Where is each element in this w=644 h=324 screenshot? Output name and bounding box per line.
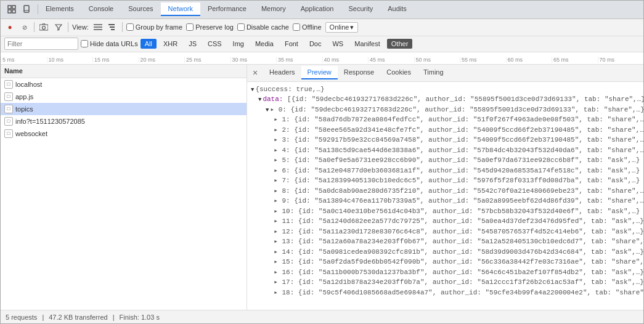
detail-tab-timing[interactable]: Timing [417,66,450,79]
tab-console[interactable]: Console [81,2,121,16]
separator-bar-2: | [113,314,115,321]
filter-other-button[interactable]: Other [387,39,413,49]
online-dropdown[interactable]: Online ▾ [325,22,359,33]
tab-memory[interactable]: Memory [254,2,293,16]
device-icon[interactable] [20,3,33,15]
filter-manifest-button[interactable]: Manifest [350,39,385,49]
offline-input[interactable] [293,23,300,31]
json-item-15: ▸ 15: {id: "5a0f2da5f9de6bb0542f090b", a… [266,257,640,267]
hide-data-urls-checkbox[interactable]: Hide data URLs [81,40,138,47]
disable-cache-input[interactable] [237,23,245,31]
json-item-4: ▸ 4: {id: "5a138c5d9cae544d6e3838a6", au… [266,145,640,156]
group-by-frame-label: Group by frame [136,23,182,31]
record-button[interactable]: ● [4,22,15,33]
waterfall-view-icon[interactable] [107,22,118,33]
offline-label: Offline [302,23,322,31]
tick-15ms: 15 ms [92,57,139,63]
requests-count: 5 requests [6,314,37,321]
tab-network[interactable]: Network [161,2,200,16]
filter-media-button[interactable]: Media [251,39,278,49]
preserve-log-label: Preserve log [195,23,234,31]
transferred-size: 47.2 KB transferred [49,314,107,321]
request-item-localhost[interactable]: □ localhost [1,78,247,91]
json-item-14: ▸ 14: {id: "5a0981cedea908392cfc891b", a… [266,247,640,257]
file-icon: □ [4,105,13,113]
filter-all-button[interactable]: All [141,39,157,49]
tab-sources[interactable]: Sources [121,2,160,16]
list-view-icon[interactable] [92,22,104,33]
tab-security[interactable]: Security [341,2,380,16]
svg-rect-13 [111,29,115,30]
hide-data-urls-input[interactable] [81,40,88,47]
close-detail-button[interactable]: × [250,67,261,78]
svg-rect-2 [8,10,11,13]
filter-js-button[interactable]: JS [184,39,201,49]
request-list: □ localhost □ app.js □ topics □ info?t=1… [1,78,247,310]
devtools-tab-bar: Elements Console Sources Network Perform… [1,1,643,19]
toolbar-separator-2 [68,22,68,32]
request-item-appjs[interactable]: □ app.js [1,91,247,103]
hide-data-urls-label: Hide data URLs [90,40,138,47]
detail-tabs: × Headers Preview Response Cookies Timin… [247,65,643,82]
item0-arrow[interactable] [266,107,269,115]
tick-5ms: 5 ms [1,57,47,63]
tick-25ms: 25 ms [184,57,230,63]
inspect-icon[interactable] [6,3,18,15]
json-item-1: ▸ 1: {id: "58ad76db7872ea0864fedfcc", au… [266,115,640,125]
request-name: info?t=1511230572085 [15,118,243,125]
request-item-info[interactable]: □ info?t=1511230572085 [1,115,247,128]
json-item-17: ▸ 17: {id: "5a12d1b878a234e203ff0b7a", a… [266,277,640,288]
tick-50ms: 50 ms [414,57,460,63]
disable-cache-checkbox[interactable]: Disable cache [237,23,289,31]
response-content[interactable]: {success: true,…} data: [{id: "59decbc46… [247,82,643,310]
tick-40ms: 40 ms [322,57,369,63]
toolbar-separator-3 [122,22,123,32]
svg-rect-11 [108,24,115,25]
request-item-topics[interactable]: □ topics [1,103,247,115]
file-icon: □ [4,92,13,101]
detail-tab-response[interactable]: Response [338,66,381,79]
disable-cache-label: Disable cache [247,23,289,31]
preserve-log-checkbox[interactable]: Preserve log [186,23,234,31]
tab-performance[interactable]: Performance [200,2,254,16]
json-item-8: ▸ 8: {id: "5a0dc8ab90ae280d6735f210", au… [266,186,640,196]
data-arrow[interactable] [258,96,261,105]
request-item-websocket[interactable]: □ websocket [1,128,247,140]
filter-ws-button[interactable]: WS [328,39,348,49]
detail-tab-cookies[interactable]: Cookies [380,66,417,79]
svg-rect-1 [12,6,15,9]
request-name: topics [15,105,243,113]
tab-audits[interactable]: Audits [380,2,414,16]
svg-rect-4 [24,6,29,12]
filter-input[interactable] [4,38,78,50]
view-label: View: [72,23,89,31]
timeline-bar: 5 ms 10 ms 15 ms 20 ms 25 ms 30 ms 35 ms… [1,52,643,65]
group-by-frame-input[interactable] [126,23,134,31]
tab-elements[interactable]: Elements [38,2,81,16]
json-item-7: ▸ 7: {id: "5a128399405130cb10edc6c5", au… [266,176,640,186]
right-panel: × Headers Preview Response Cookies Timin… [247,65,643,310]
camera-button[interactable] [38,22,49,33]
separator-bar: | [42,314,44,321]
filter-img-button[interactable]: Img [229,39,248,49]
json-item-2: ▸ 2: {id: "58eee565a92d341e48cfe7fc", au… [266,125,640,136]
offline-checkbox[interactable]: Offline [293,23,322,31]
root-arrow[interactable] [251,86,254,95]
toolbar-separator-1 [34,22,35,32]
stop-button[interactable]: ⊘ [19,22,30,33]
filter-xhr-button[interactable]: XHR [159,39,182,49]
svg-rect-0 [8,6,11,9]
filter-font-button[interactable]: Font [280,39,303,49]
filter-button[interactable] [53,22,64,33]
filter-doc-button[interactable]: Doc [305,39,326,49]
tab-application[interactable]: Application [293,2,341,16]
filter-css-button[interactable]: CSS [203,39,226,49]
detail-tab-preview[interactable]: Preview [301,66,338,79]
tick-70ms: 70 ms [598,57,644,63]
devtools-icons [3,3,35,15]
tick-30ms: 30 ms [230,57,277,63]
group-by-frame-checkbox[interactable]: Group by frame [126,23,182,31]
detail-tab-headers[interactable]: Headers [263,66,301,79]
preserve-log-input[interactable] [186,23,194,31]
main-content: Name □ localhost □ app.js □ topics □ inf… [1,65,643,310]
